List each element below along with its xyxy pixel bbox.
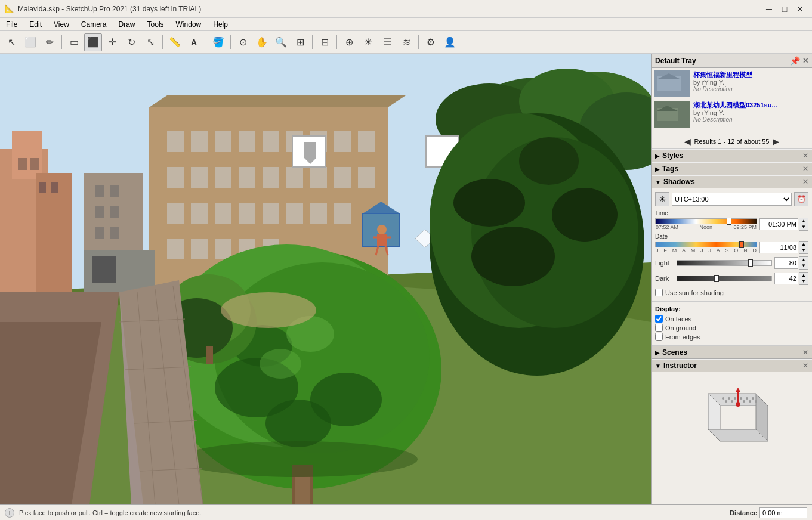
scenes-section-header[interactable]: ▶ Scenes ✕ — [652, 346, 812, 359]
minimize-button[interactable]: ─ — [762, 3, 776, 15]
sectionplane-tool[interactable]: ⊟ — [316, 33, 334, 51]
light-spin-down[interactable]: ▼ — [799, 263, 808, 269]
components-tool[interactable]: ⊕ — [340, 33, 358, 51]
tags-section-header[interactable]: ▶ Tags ✕ — [652, 162, 812, 175]
light-value-input[interactable] — [774, 257, 798, 269]
status-indicator[interactable]: i — [5, 508, 14, 518]
date-gradient-track[interactable] — [655, 242, 757, 247]
tray-pin-button[interactable]: 📌 — [790, 56, 800, 66]
zoom-tool[interactable]: 🔍 — [272, 33, 290, 51]
on-faces-checkbox[interactable] — [655, 315, 663, 323]
viewport[interactable] — [0, 54, 651, 504]
pan-tool[interactable]: ✋ — [253, 33, 271, 51]
result-item-1[interactable]: 杯集恒福新里程模型 by rYing Y. No Description — [654, 70, 810, 97]
light-spin-up[interactable]: ▲ — [799, 257, 808, 263]
maximize-button[interactable]: □ — [777, 3, 792, 15]
menu-window[interactable]: Window — [170, 19, 208, 30]
person-tool[interactable]: 👤 — [441, 33, 459, 51]
instructor-section-header[interactable]: ▼ Instructor ✕ — [652, 359, 812, 372]
orbit-tool[interactable]: ⊙ — [234, 33, 252, 51]
toolbar-separator-3 — [206, 35, 206, 49]
menu-view[interactable]: View — [48, 19, 75, 30]
shadows-close-button[interactable]: ✕ — [802, 178, 808, 186]
rectangle-tool[interactable]: ▭ — [65, 33, 83, 51]
toolbar-separator-4 — [230, 35, 231, 49]
on-ground-label: On ground — [665, 324, 696, 332]
menu-tools[interactable]: Tools — [141, 19, 170, 30]
xray-toggle[interactable]: ☰ — [378, 33, 396, 51]
dark-track[interactable] — [677, 276, 772, 281]
menu-draw[interactable]: Draw — [113, 19, 141, 30]
tray-header: Default Tray 📌 ✕ — [652, 54, 812, 68]
time-spin-down[interactable]: ▼ — [799, 224, 808, 230]
scenes-close-button[interactable]: ✕ — [802, 348, 808, 357]
settings-tool[interactable]: ⚙ — [422, 33, 440, 51]
clock-icon-button[interactable]: ⏰ — [794, 192, 808, 206]
close-button[interactable]: ✕ — [793, 3, 807, 15]
time-spin-up[interactable]: ▲ — [799, 218, 808, 224]
shadow-toggle[interactable]: ☀ — [359, 33, 377, 51]
svg-point-117 — [734, 397, 736, 400]
date-spin-up[interactable]: ▲ — [799, 242, 808, 247]
pushpull-tool[interactable]: ⬛ — [84, 33, 102, 51]
tape-tool[interactable]: 📏 — [166, 33, 184, 51]
svg-point-121 — [725, 400, 727, 403]
light-thumb[interactable] — [748, 259, 753, 267]
timezone-select[interactable]: UTC+13:00 — [672, 193, 792, 206]
svg-point-115 — [722, 397, 724, 400]
text-tool[interactable]: A — [185, 33, 203, 51]
date-spin-down[interactable]: ▼ — [799, 247, 808, 253]
dark-spin-up[interactable]: ▲ — [799, 273, 808, 278]
tags-close-button[interactable]: ✕ — [802, 165, 808, 173]
svg-point-122 — [731, 400, 733, 403]
dark-thumb[interactable] — [714, 275, 719, 282]
time-slider-thumb[interactable] — [727, 218, 731, 225]
window-controls: ─ □ ✕ — [762, 3, 807, 15]
on-ground-checkbox[interactable] — [655, 324, 663, 332]
date-slider-thumb[interactable] — [739, 241, 744, 248]
svg-rect-40 — [167, 203, 184, 224]
distance-input[interactable] — [759, 507, 807, 518]
menu-edit[interactable]: Edit — [23, 19, 48, 30]
select-tool[interactable]: ↖ — [2, 33, 20, 51]
menu-camera[interactable]: Camera — [75, 19, 113, 30]
result-item-2[interactable]: 湖北某幼儿园模型03251su... by rYing Y. No Descri… — [654, 101, 810, 128]
dark-spin-down[interactable]: ▼ — [799, 278, 808, 284]
date-value-input[interactable] — [759, 242, 798, 253]
sun-icon-button[interactable]: ☀ — [655, 192, 669, 206]
svg-rect-81 — [295, 477, 310, 504]
pencil-tool[interactable]: ✏ — [41, 33, 58, 51]
styles-close-button[interactable]: ✕ — [802, 151, 808, 160]
move-tool[interactable]: ✛ — [103, 33, 121, 51]
svg-rect-35 — [263, 167, 279, 188]
eraser-tool[interactable]: ⬜ — [21, 33, 39, 51]
time-value-input[interactable] — [759, 218, 798, 230]
from-edges-checkbox[interactable] — [655, 333, 663, 341]
menu-help[interactable]: Help — [207, 19, 234, 30]
page-prev-button[interactable]: ◀ — [684, 137, 691, 146]
svg-point-67 — [453, 179, 525, 227]
result-title-1[interactable]: 杯集恒福新里程模型 — [693, 70, 810, 79]
styles-section-header[interactable]: ▶ Styles ✕ — [652, 149, 812, 162]
fog-tool[interactable]: ≋ — [397, 33, 415, 51]
result-desc-2: No Description — [693, 116, 810, 123]
instructor-close-button[interactable]: ✕ — [802, 361, 808, 370]
dark-value-input[interactable] — [774, 273, 798, 284]
scale-tool[interactable]: ⤡ — [141, 33, 159, 51]
time-gradient-track[interactable] — [655, 218, 757, 224]
shadows-arrow-icon: ▼ — [655, 179, 661, 185]
use-sun-shading-checkbox[interactable] — [655, 289, 663, 296]
paint-tool[interactable]: 🪣 — [209, 33, 227, 51]
result-title-2[interactable]: 湖北某幼儿园模型03251su... — [693, 101, 810, 109]
zoomext-tool[interactable]: ⊞ — [291, 33, 309, 51]
tray-close-button[interactable]: ✕ — [802, 57, 808, 65]
rotate-tool[interactable]: ↻ — [122, 33, 140, 51]
light-track[interactable] — [677, 260, 772, 266]
on-faces-label: On faces — [665, 315, 691, 323]
time-mid-label: Noon — [699, 224, 712, 230]
menu-file[interactable]: File — [0, 19, 23, 30]
page-next-button[interactable]: ▶ — [773, 137, 779, 146]
month-F: F — [663, 247, 667, 253]
shadows-section-header[interactable]: ▼ Shadows ✕ — [652, 175, 812, 188]
time-end-label: 09:25 PM — [733, 224, 757, 230]
